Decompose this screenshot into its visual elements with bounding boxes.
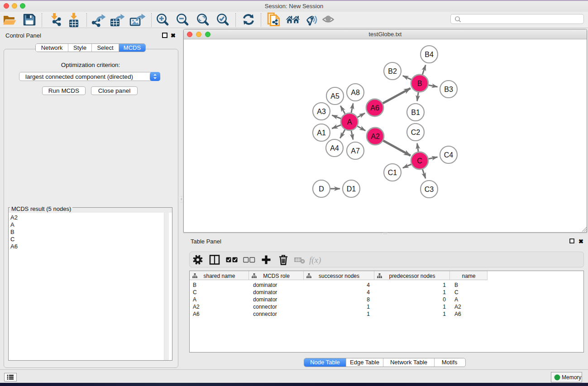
svg-text:f(x): f(x)	[309, 255, 321, 265]
svg-text:C3: C3	[425, 186, 434, 193]
svg-text:D1: D1	[347, 185, 356, 193]
svg-text:A2: A2	[371, 133, 380, 140]
svg-text:A: A	[347, 118, 352, 126]
svg-text:✖: ✖	[171, 33, 176, 38]
svg-text:B3: B3	[444, 86, 453, 93]
svg-text:A5: A5	[330, 92, 339, 100]
svg-text:D: D	[319, 185, 324, 193]
svg-text:A8: A8	[351, 89, 360, 96]
svg-text:C: C	[417, 157, 422, 165]
svg-text:C1: C1	[388, 169, 397, 176]
svg-text:A6: A6	[370, 104, 379, 112]
svg-text:A4: A4	[330, 144, 339, 152]
svg-text:B: B	[417, 80, 422, 87]
svg-text:B2: B2	[388, 67, 397, 75]
svg-text:A7: A7	[351, 147, 360, 155]
svg-text:B1: B1	[411, 109, 420, 116]
svg-text:A3: A3	[317, 108, 326, 115]
svg-text:B4: B4	[425, 51, 434, 58]
svg-text:A1: A1	[317, 129, 326, 137]
svg-text:✖: ✖	[578, 238, 583, 244]
svg-text:C2: C2	[411, 129, 421, 136]
svg-text:C4: C4	[444, 151, 454, 159]
